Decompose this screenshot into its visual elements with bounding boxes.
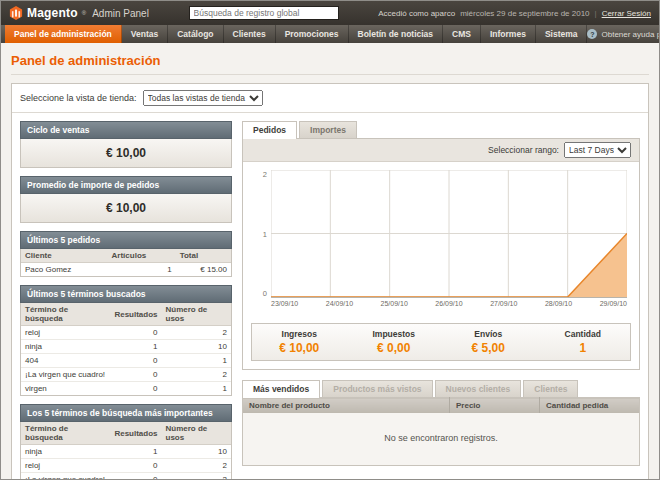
totals-bar: Ingresos € 10,00 Impuestos € 0,00 Envíos… (251, 323, 631, 361)
card-title: Últimos 5 pedidos (20, 231, 232, 249)
nav-item-dashboard[interactable]: Panel de administración (5, 25, 122, 43)
cell-uses: 2 (162, 326, 231, 340)
x-tick: 26/09/10 (435, 300, 462, 307)
stat-cantidad: Cantidad 1 (536, 329, 631, 355)
nav-item-boletin[interactable]: Boletín de noticias (349, 25, 444, 43)
table-row[interactable]: reloj 0 2 (21, 326, 231, 340)
x-tick: 28/09/10 (545, 300, 572, 307)
logo-registered-mark: ® (82, 10, 86, 16)
cell-term: ¡La virgen que cuadro! (21, 368, 110, 382)
col-product-name: Nombre del producto (243, 398, 450, 414)
last-search-table: Término de búsqueda Resultados Número de… (21, 303, 231, 395)
chart-tabs: Pedidos Importes (242, 121, 640, 138)
nav-item-clientes[interactable]: Clientes (224, 25, 276, 43)
chart-x-axis: 23/09/10 24/09/10 25/09/10 26/09/10 27/0… (271, 298, 627, 313)
orders-chart: 2 1 0 23/09/10 24/09/10 25/09/10 26/ (243, 162, 639, 317)
y-tick: 0 (263, 289, 267, 298)
cell-customer: Paco Gomez (21, 263, 108, 277)
range-select[interactable]: Last 7 Days (564, 142, 631, 158)
col-price: Precio (450, 398, 540, 414)
x-tick: 23/09/10 (271, 300, 298, 307)
nav-item-informes[interactable]: Informes (481, 25, 536, 43)
nav-item-sistema[interactable]: Sistema (536, 25, 588, 43)
cell-results: 1 (110, 445, 161, 459)
stat-value: € 10,00 (252, 341, 347, 355)
session-info: Accedió como aparco miércoles 29 de sept… (378, 9, 651, 18)
cell-total: € 15.00 (176, 263, 231, 277)
tab-clientes[interactable]: Clientes (523, 380, 578, 397)
logo: Magento ® Admin Panel (9, 6, 149, 20)
tab-nuevos-clientes[interactable]: Nuevos clientes (435, 380, 522, 397)
x-tick: 29/09/10 (600, 300, 627, 307)
table-row[interactable]: ninja 1 10 (21, 340, 231, 354)
global-search (157, 6, 370, 20)
cell-results: 0 (110, 368, 161, 382)
empty-records-message: No se encontraron registros. (243, 413, 640, 466)
cell-uses: 2 (162, 473, 231, 480)
dashboard-container: Seleccione la vista de tienda: Todas las… (11, 83, 649, 480)
logout-link[interactable]: Cerrar Sesión (602, 9, 651, 18)
stat-value: € 5,00 (441, 341, 536, 355)
card-title: Últimos 5 términos buscados (20, 285, 232, 303)
stat-label: Envíos (441, 329, 536, 339)
bottom-tabs: Más vendidos Productos más vistos Nuevos… (242, 380, 640, 397)
y-tick: 2 (263, 170, 267, 179)
table-row[interactable]: Paco Gomez 1 € 15.00 (21, 263, 231, 277)
top-search-table: Término de búsqueda Resultados Número de… (21, 422, 231, 480)
table-row[interactable]: virgen 0 1 (21, 382, 231, 396)
nav-item-ventas[interactable]: Ventas (122, 25, 168, 43)
cell-uses: 1 (162, 382, 231, 396)
stat-ingresos: Ingresos € 10,00 (252, 329, 347, 355)
stat-label: Cantidad (536, 329, 631, 339)
col-customer: Cliente (21, 249, 108, 263)
nav-item-catalogo[interactable]: Catálogo (168, 25, 223, 43)
cell-uses: 2 (162, 368, 231, 382)
cell-uses: 10 (162, 340, 231, 354)
logo-subtitle: Admin Panel (92, 8, 149, 19)
table-row[interactable]: 404 0 1 (21, 354, 231, 368)
x-tick: 24/09/10 (326, 300, 353, 307)
main-nav: Panel de administración Ventas Catálogo … (1, 25, 659, 43)
logged-in-text: Accedió como aparco (378, 9, 455, 18)
card-title: Promedio de importe de pedidos (20, 176, 232, 194)
tab-mas-vendidos[interactable]: Más vendidos (242, 380, 320, 398)
cell-term: reloj (21, 326, 110, 340)
dashboard-main: Pedidos Importes Seleccionar rango: Last… (242, 121, 640, 466)
cell-results: 0 (110, 473, 161, 480)
card-last-orders: Últimos 5 pedidos Cliente Artículos Tota… (20, 231, 232, 277)
help-link[interactable]: ? Obtener ayuda para esta página (587, 25, 660, 43)
tab-importes[interactable]: Importes (299, 121, 357, 138)
title-divider (11, 74, 649, 75)
cell-items: 1 (108, 263, 176, 277)
cell-term: reloj (21, 459, 110, 473)
table-row[interactable]: ¡La virgen que cuadro! 0 2 (21, 368, 231, 382)
table-row[interactable]: ¡La virgen que cuadro! 0 2 (21, 473, 231, 480)
chart-panel: Seleccionar rango: Last 7 Days 2 1 0 (242, 138, 640, 370)
cell-results: 0 (110, 459, 161, 473)
cell-term: ninja (21, 445, 110, 459)
nav-item-cms[interactable]: CMS (443, 25, 481, 43)
store-view-label: Seleccione la vista de tienda: (20, 93, 137, 103)
col-term: Término de búsqueda (21, 303, 110, 326)
cell-term: ninja (21, 340, 110, 354)
cell-results: 0 (110, 382, 161, 396)
avg-order-value: € 10,00 (20, 194, 232, 223)
cell-term: virgen (21, 382, 110, 396)
table-row[interactable]: reloj 0 2 (21, 459, 231, 473)
tab-productos-mas-vistos[interactable]: Productos más vistos (322, 380, 432, 397)
stat-label: Impuestos (347, 329, 442, 339)
last-orders-table: Cliente Artículos Total Paco Gomez 1 (21, 249, 231, 276)
card-sales-cycle: Ciclo de ventas € 10,00 (20, 121, 232, 168)
separator: | (595, 9, 597, 18)
global-search-input[interactable] (189, 6, 339, 20)
nav-item-promociones[interactable]: Promociones (276, 25, 349, 43)
col-uses: Número de usos (162, 422, 231, 445)
range-bar: Seleccionar rango: Last 7 Days (243, 139, 639, 162)
tab-pedidos[interactable]: Pedidos (242, 121, 297, 139)
col-items: Artículos (108, 249, 176, 263)
store-view-select[interactable]: Todas las vistas de tienda (143, 90, 263, 106)
table-row[interactable]: ninja 1 10 (21, 445, 231, 459)
cell-results: 1 (110, 340, 161, 354)
magento-logo-icon (9, 6, 23, 20)
card-title: Ciclo de ventas (20, 121, 232, 139)
